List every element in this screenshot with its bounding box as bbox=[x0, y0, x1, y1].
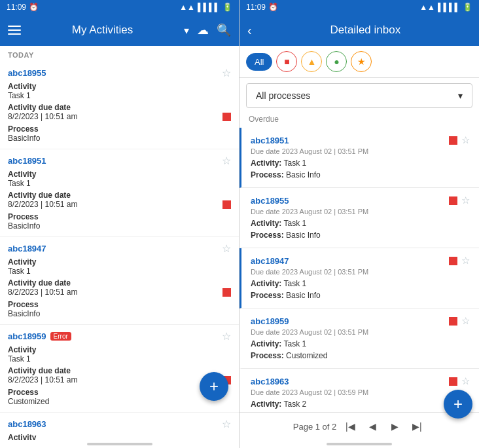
overdue-label: Overdue bbox=[240, 113, 479, 128]
inbox-item-detail: Activity: Task 1 Process: Basic Info bbox=[251, 278, 470, 301]
right-header-title: Detailed inbox bbox=[260, 24, 471, 37]
right-alarm-icon: ⏰ bbox=[268, 3, 278, 12]
process-label: Process bbox=[8, 212, 231, 221]
due-label: Activity due date bbox=[8, 103, 231, 112]
left-signal-icon: ▌▌▌▌ bbox=[198, 3, 220, 12]
left-header-title: My Activities bbox=[21, 24, 184, 37]
item-id: abc18947 bbox=[8, 244, 46, 253]
inbox-item-due: Due date 2023 August 02 | 03:51 PM bbox=[251, 268, 470, 276]
filter-tab-all[interactable]: All bbox=[246, 53, 272, 71]
star-icon[interactable]: ☆ bbox=[461, 134, 470, 146]
right-bottom-bar bbox=[327, 443, 392, 445]
activity-value: Task 1 bbox=[8, 267, 231, 276]
pagination-label: Page 1 of 2 bbox=[293, 422, 337, 432]
due-label: Activity due date bbox=[8, 191, 231, 200]
inbox-item-due: Due date 2023 August 02 | 03:51 PM bbox=[251, 208, 470, 215]
left-alarm-icon: ⏰ bbox=[29, 3, 39, 12]
item-id: abc18955 bbox=[8, 68, 46, 78]
filter-tab-yellow[interactable]: ▲ bbox=[301, 51, 322, 72]
list-item[interactable]: abc18951 ☆ Activity Task 1 Activity due … bbox=[0, 149, 239, 237]
process-value: BasicInfo bbox=[8, 134, 231, 143]
process-dropdown[interactable]: All processes ▾ bbox=[246, 83, 472, 108]
inbox-item-due: Due date 2023 August 02 | 03:51 PM bbox=[251, 147, 470, 155]
error-badge: Error bbox=[50, 332, 71, 341]
filter-tab-green[interactable]: ● bbox=[326, 51, 347, 72]
page-first-button[interactable]: |◀ bbox=[342, 418, 359, 435]
inbox-item[interactable]: abc18963 ☆ Due date 2023 August 02 | 03:… bbox=[240, 369, 479, 412]
star-icon[interactable]: ☆ bbox=[222, 155, 231, 167]
search-icon[interactable]: 🔍 bbox=[217, 23, 231, 37]
pagination: Page 1 of 2 |◀ ◀ ▶ ▶| bbox=[240, 412, 479, 440]
fab-icon: + bbox=[209, 377, 219, 395]
fab-button[interactable]: + bbox=[200, 372, 228, 401]
inbox-item-id: abc18955 bbox=[251, 196, 289, 206]
star-icon[interactable]: ☆ bbox=[222, 242, 231, 255]
process-value: Customized bbox=[8, 397, 231, 406]
right-inbox-list: abc18951 ☆ Due date 2023 August 02 | 03:… bbox=[240, 128, 479, 412]
section-label: TODAY bbox=[0, 46, 239, 62]
inbox-item[interactable]: abc18947 ☆ Due date 2023 August 02 | 03:… bbox=[240, 248, 479, 308]
right-fab-button[interactable]: + bbox=[444, 390, 472, 419]
filter-tab-star[interactable]: ★ bbox=[351, 51, 372, 72]
left-battery-icon: 🔋 bbox=[222, 3, 232, 12]
overdue-indicator bbox=[449, 377, 457, 386]
star-icon[interactable]: ☆ bbox=[222, 330, 231, 343]
item-id: abc18963 bbox=[8, 419, 46, 429]
process-dropdown-label: All processes bbox=[256, 90, 310, 101]
inbox-item-id: abc18947 bbox=[251, 256, 289, 266]
left-status-bar: 11:09 ⏰ ▲▲ ▌▌▌▌ 🔋 bbox=[0, 0, 239, 14]
overdue-indicator bbox=[449, 196, 457, 205]
left-bottom-bar bbox=[87, 443, 152, 445]
overdue-indicator bbox=[449, 317, 457, 326]
activity-label: Activity bbox=[8, 433, 231, 440]
due-value: 8/2/2023 | 10:51 am bbox=[8, 288, 78, 297]
process-label: Process bbox=[8, 300, 231, 309]
right-signal-icon: ▌▌▌▌ bbox=[438, 3, 460, 12]
overdue-indicator bbox=[449, 136, 457, 145]
star-icon[interactable]: ☆ bbox=[461, 255, 470, 267]
inbox-item-detail: Activity: Task 2 Process: Customized bbox=[251, 398, 470, 412]
inbox-item[interactable]: abc18959 ☆ Due date 2023 August 02 | 03:… bbox=[240, 308, 479, 369]
list-item[interactable]: abc18955 ☆ Activity Task 1 Activity due … bbox=[0, 62, 239, 149]
star-icon[interactable]: ☆ bbox=[461, 315, 470, 327]
overdue-indicator bbox=[222, 113, 231, 121]
inbox-item-due: Due date 2023 August 02 | 03:59 PM bbox=[251, 388, 470, 396]
activity-value: Task 1 bbox=[8, 179, 231, 188]
inbox-item-id: abc18951 bbox=[251, 136, 289, 145]
left-wifi-icon: ▲▲ bbox=[179, 3, 195, 12]
back-button[interactable]: ‹ bbox=[247, 23, 252, 38]
list-item[interactable]: abc18947 ☆ Activity Task 1 Activity due … bbox=[0, 237, 239, 325]
inbox-item-detail: Activity: Task 1 Process: Basic Info bbox=[251, 217, 470, 241]
menu-icon[interactable] bbox=[8, 26, 21, 35]
inbox-item[interactable]: abc18951 ☆ Due date 2023 August 02 | 03:… bbox=[240, 128, 479, 188]
activity-value: Task 1 bbox=[8, 354, 231, 364]
star-icon[interactable]: ☆ bbox=[461, 195, 470, 206]
activity-label: Activity bbox=[8, 257, 231, 267]
right-wifi-icon: ▲▲ bbox=[419, 3, 435, 12]
avatar-icon[interactable]: ☁ bbox=[197, 23, 209, 37]
due-label: Activity due date bbox=[8, 278, 231, 288]
inbox-item-detail: Activity: Task 1 Process: Basic Info bbox=[251, 157, 470, 181]
left-panel: 11:09 ⏰ ▲▲ ▌▌▌▌ 🔋 My Activities ▾ ☁ 🔍 TO… bbox=[0, 0, 240, 448]
due-label: Activity due date bbox=[8, 366, 231, 375]
star-icon[interactable]: ☆ bbox=[222, 418, 231, 430]
star-icon[interactable]: ☆ bbox=[222, 67, 231, 79]
dropdown-icon[interactable]: ▾ bbox=[184, 24, 189, 37]
inbox-item-detail: Activity: Task 1 Process: Customized bbox=[251, 338, 470, 362]
overdue-indicator bbox=[222, 288, 231, 297]
list-item[interactable]: abc18963 ☆ Activity bbox=[0, 413, 239, 440]
list-item[interactable]: abc18959 Error ☆ Activity Task 1 Activit… bbox=[0, 325, 239, 413]
right-status-time: 11:09 bbox=[246, 3, 266, 12]
inbox-item[interactable]: abc18955 ☆ Due date 2023 August 02 | 03:… bbox=[240, 188, 479, 248]
due-value: 8/2/2023 | 10:51 am bbox=[8, 112, 78, 121]
star-icon[interactable]: ☆ bbox=[461, 375, 470, 387]
page-prev-button[interactable]: ◀ bbox=[364, 418, 381, 435]
filter-tab-red[interactable]: ■ bbox=[276, 51, 297, 72]
item-id: abc18959 bbox=[8, 331, 46, 341]
inbox-item-due: Due date 2023 August 02 | 03:51 PM bbox=[251, 328, 470, 336]
process-value: BasicInfo bbox=[8, 221, 231, 231]
inbox-item-id: abc18959 bbox=[251, 316, 289, 326]
page-next-button[interactable]: ▶ bbox=[386, 418, 403, 435]
left-status-time: 11:09 bbox=[7, 3, 26, 12]
page-last-button[interactable]: ▶| bbox=[408, 418, 425, 435]
